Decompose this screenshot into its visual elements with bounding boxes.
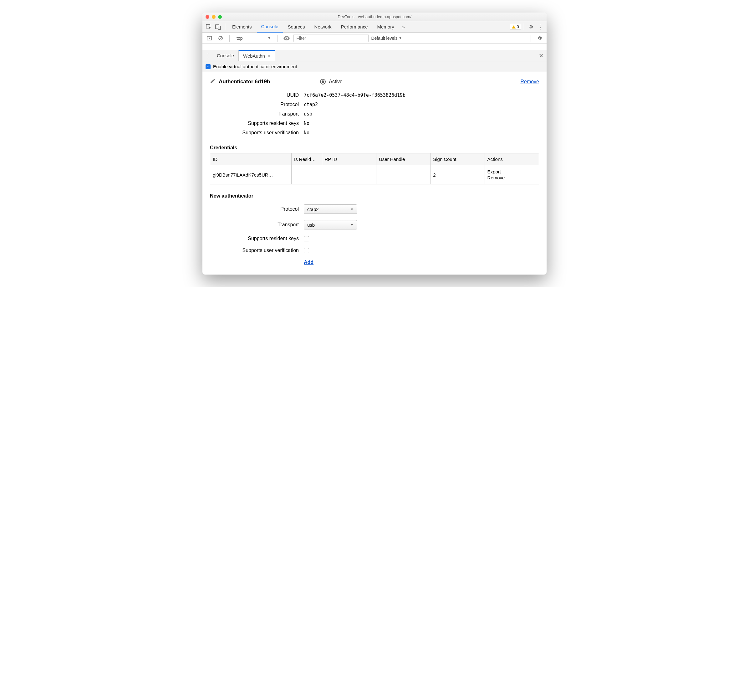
separator — [524, 23, 524, 31]
new-userver-checkbox[interactable] — [304, 248, 309, 253]
th-actions: Actions — [485, 153, 539, 165]
clear-console-icon[interactable] — [216, 34, 225, 43]
filter-input[interactable] — [293, 34, 368, 42]
protocol-label: Protocol — [210, 102, 304, 107]
warnings-count: 3 — [517, 25, 519, 29]
th-userhandle: User Handle — [376, 153, 430, 165]
transport-value: usb — [304, 111, 312, 117]
transport-label: Transport — [210, 111, 304, 117]
cell-signcount: 2 — [431, 165, 485, 184]
new-resident-label: Supports resident keys — [210, 236, 304, 241]
svg-point-6 — [286, 38, 287, 39]
kebab-menu-icon[interactable]: ⋮ — [536, 23, 545, 31]
th-resident: Is Resid… — [292, 153, 322, 165]
devtools-window: DevTools - webauthndemo.appspot.com/ Ele… — [202, 12, 547, 274]
svg-line-5 — [219, 37, 222, 40]
log-levels-select[interactable]: Default levels ▼ — [371, 36, 402, 41]
cell-id: gi9DBsn77iLAXdK7es5UR… — [210, 165, 292, 184]
authenticator-header: Authenticator 6d19b Active Remove — [210, 78, 539, 85]
window-title: DevTools - webauthndemo.appspot.com/ — [202, 14, 547, 19]
new-authenticator-heading: New authenticator — [210, 193, 539, 199]
add-authenticator-link[interactable]: Add — [304, 259, 313, 265]
userver-label: Supports user verification — [210, 130, 304, 136]
drawer-tab-console[interactable]: Console — [212, 50, 238, 61]
cell-userhandle — [376, 165, 430, 184]
console-settings-icon[interactable] — [535, 34, 544, 43]
resident-label: Supports resident keys — [210, 121, 304, 126]
new-protocol-select[interactable]: ctap2 ▼ — [304, 204, 357, 214]
resident-value: No — [304, 121, 309, 126]
th-id: ID — [210, 153, 292, 165]
console-empty — [202, 44, 547, 50]
tab-console[interactable]: Console — [257, 21, 283, 32]
uuid-value: 7cf6a7e2-0537-48c4-b9fe-f3653826d19b — [304, 92, 405, 98]
console-toolbar: top ▼ Default levels ▼ — [202, 32, 547, 44]
authenticator-title: Authenticator 6d19b — [219, 78, 270, 85]
enable-checkbox[interactable]: ✓ — [206, 64, 211, 69]
chevron-down-icon: ▼ — [268, 36, 271, 40]
th-signcount: Sign Count — [431, 153, 485, 165]
cell-rpid — [322, 165, 376, 184]
active-radio[interactable] — [320, 79, 326, 84]
separator — [229, 35, 230, 41]
titlebar: DevTools - webauthndemo.appspot.com/ — [202, 12, 547, 21]
drawer-tab-label: WebAuthn — [243, 53, 265, 58]
active-label: Active — [329, 79, 342, 84]
toggle-sidebar-icon[interactable] — [205, 34, 214, 43]
new-transport-label: Transport — [210, 222, 304, 228]
cell-resident — [292, 165, 322, 184]
inspect-icon[interactable] — [204, 23, 213, 31]
drawer-menu-icon[interactable]: ⋮ — [204, 51, 212, 60]
close-drawer-icon[interactable]: ✕ — [537, 51, 545, 60]
enable-row: ✓ Enable virtual authenticator environme… — [202, 61, 547, 72]
tab-elements[interactable]: Elements — [228, 21, 256, 32]
live-expression-icon[interactable] — [282, 34, 291, 43]
new-transport-select[interactable]: usb ▼ — [304, 220, 357, 230]
context-select[interactable]: top ▼ — [234, 36, 273, 41]
enable-label: Enable virtual authenticator environment — [213, 64, 297, 69]
device-toggle-icon[interactable] — [214, 23, 222, 31]
protocol-value: ctap2 — [304, 102, 318, 107]
authenticator-details: UUID 7cf6a7e2-0537-48c4-b9fe-f3653826d19… — [210, 90, 539, 138]
uuid-label: UUID — [210, 92, 304, 98]
remove-authenticator-link[interactable]: Remove — [520, 79, 539, 84]
separator — [530, 35, 531, 41]
new-userver-label: Supports user verification — [210, 248, 304, 253]
table-header-row: ID Is Resid… RP ID User Handle Sign Coun… — [210, 153, 539, 165]
more-tabs-icon[interactable]: » — [399, 23, 408, 31]
th-rpid: RP ID — [322, 153, 376, 165]
tab-network[interactable]: Network — [310, 21, 336, 32]
tab-sources[interactable]: Sources — [283, 21, 309, 32]
remove-credential-link[interactable]: Remove — [488, 175, 536, 180]
table-row: gi9DBsn77iLAXdK7es5UR… 2 Export Remove — [210, 165, 539, 184]
chevron-down-icon: ▼ — [350, 208, 353, 211]
chevron-down-icon: ▼ — [350, 223, 353, 227]
new-protocol-value: ctap2 — [307, 207, 319, 212]
svg-rect-2 — [218, 26, 220, 29]
drawer-tab-webauthn[interactable]: WebAuthn ✕ — [238, 50, 275, 61]
warning-icon — [512, 25, 516, 29]
tab-memory[interactable]: Memory — [373, 21, 399, 32]
context-value: top — [237, 36, 243, 41]
drawer-tabbar: ⋮ Console WebAuthn ✕ ✕ — [202, 50, 547, 61]
main-tabbar: Elements Console Sources Network Perform… — [202, 21, 547, 32]
userver-value: No — [304, 130, 309, 136]
chevron-down-icon: ▼ — [399, 36, 402, 40]
edit-icon[interactable] — [210, 78, 216, 85]
levels-label: Default levels — [371, 36, 397, 41]
separator — [225, 23, 225, 31]
webauthn-panel: Authenticator 6d19b Active Remove UUID 7… — [202, 72, 547, 274]
tab-performance[interactable]: Performance — [337, 21, 372, 32]
export-credential-link[interactable]: Export — [488, 169, 536, 175]
warnings-badge[interactable]: 3 — [510, 24, 521, 30]
cell-actions: Export Remove — [485, 165, 539, 184]
close-tab-icon[interactable]: ✕ — [267, 54, 271, 58]
settings-icon[interactable] — [527, 23, 535, 31]
credentials-heading: Credentials — [210, 145, 539, 150]
new-resident-checkbox[interactable] — [304, 236, 309, 241]
credentials-table: ID Is Resid… RP ID User Handle Sign Coun… — [210, 153, 539, 184]
new-protocol-label: Protocol — [210, 206, 304, 212]
new-transport-value: usb — [307, 222, 315, 228]
